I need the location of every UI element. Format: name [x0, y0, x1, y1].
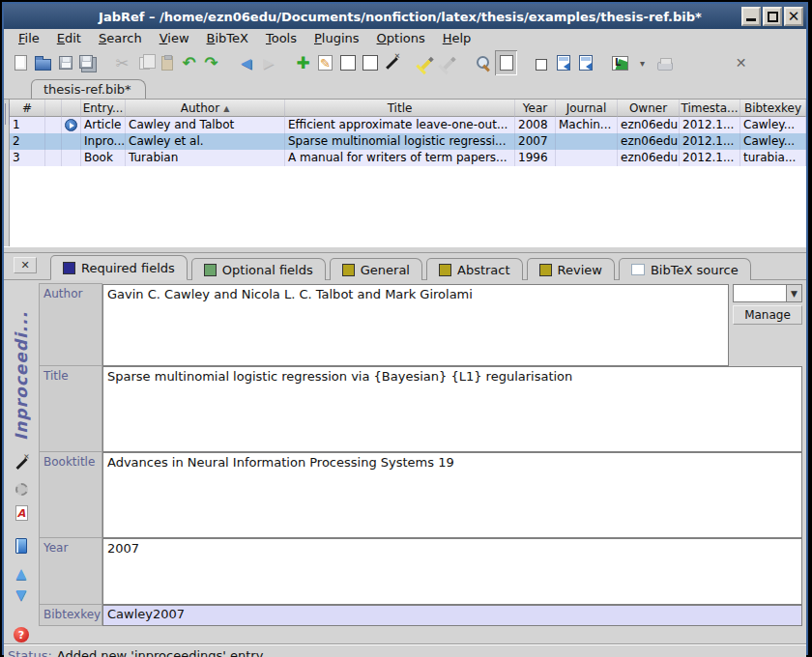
maximize-button[interactable]: [763, 7, 782, 26]
mark-entries-button[interactable]: [416, 50, 438, 75]
tab-optional-fields[interactable]: Optional fields: [191, 258, 326, 280]
back-button[interactable]: ◀: [235, 50, 257, 75]
unmark-entries-button[interactable]: [438, 50, 460, 75]
titlebar[interactable]: JabRef – /home/ezn06edu/Documents/nonfic…: [4, 4, 806, 29]
push-to-lyx-button[interactable]: [609, 50, 631, 75]
cell-entrytype: Article: [81, 117, 126, 133]
menu-options[interactable]: Options: [368, 30, 434, 47]
tab-bibtex-source[interactable]: BibTeX source: [619, 258, 751, 280]
undo-button[interactable]: ↶: [178, 50, 200, 75]
open-url-button[interactable]: [574, 50, 596, 75]
tab-required-fields[interactable]: Required fields: [50, 255, 188, 280]
help-button[interactable]: ?: [12, 625, 31, 644]
field-row-title: TitleSparse multinomial logistic regress…: [39, 366, 802, 452]
down-arrow-button[interactable]: ▼: [12, 585, 31, 604]
paste-button[interactable]: [156, 50, 178, 75]
copy-button[interactable]: [133, 50, 156, 75]
table-empty-area[interactable]: [10, 166, 806, 246]
wand-button[interactable]: [381, 50, 403, 75]
forward-button[interactable]: ▶: [257, 50, 279, 75]
column-header-author[interactable]: Author▲: [126, 100, 285, 117]
menu-help[interactable]: Help: [434, 30, 480, 47]
book-button[interactable]: [12, 536, 31, 556]
menu-file[interactable]: File: [10, 30, 48, 47]
duplicate-pages-button[interactable]: [530, 50, 552, 75]
column-header-journal[interactable]: Journal: [556, 100, 618, 117]
database-tab[interactable]: thesis-ref.bib*: [31, 79, 146, 99]
column-header-bibtexkey[interactable]: Bibtexkey: [740, 100, 806, 117]
cell-journal: [556, 133, 618, 150]
toolbar-close-button[interactable]: ✕: [730, 50, 752, 75]
external-link-icon[interactable]: [65, 119, 77, 131]
toggle-groups-button[interactable]: [336, 50, 359, 75]
push-dropdown-caret-button[interactable]: ▾: [631, 50, 653, 75]
maximize-icon: [768, 12, 778, 22]
copy-icon: [139, 57, 150, 70]
column-header-icon2[interactable]: [62, 100, 81, 117]
column-header-label: Entry...: [83, 101, 124, 115]
entry-editor-close-button[interactable]: ✕: [14, 257, 37, 273]
new-entry-icon: ✚: [296, 53, 309, 72]
open-file-button[interactable]: [552, 50, 574, 75]
open-database-button[interactable]: [32, 50, 54, 75]
field-author-input[interactable]: Gavin C. Cawley and Nicola L. C. Talbot …: [102, 284, 729, 366]
menu-plugins[interactable]: Plugins: [305, 30, 368, 47]
column-header-timesta[interactable]: Timesta...: [680, 100, 740, 117]
cell-marker: [45, 117, 62, 133]
save-database-as-button[interactable]: [76, 50, 99, 75]
push-application-icon: [657, 62, 673, 71]
search-button[interactable]: [473, 50, 495, 75]
edit-entry-button[interactable]: ✎: [314, 50, 336, 75]
chevron-down-icon[interactable]: ▼: [786, 285, 801, 301]
menu-bibtex[interactable]: BibTeX: [198, 30, 257, 47]
unmark-entries-icon: [443, 56, 455, 69]
column-header-label: Bibtexkey: [744, 101, 801, 115]
cell-num: 3: [10, 150, 45, 166]
field-year-input[interactable]: 2007: [102, 538, 802, 605]
menu-tools[interactable]: Tools: [257, 30, 305, 47]
menu-edit[interactable]: Edit: [48, 30, 90, 47]
new-database-button[interactable]: [10, 50, 32, 75]
column-header-entry[interactable]: Entry...: [81, 100, 126, 117]
up-arrow-button[interactable]: ▲: [12, 563, 31, 583]
column-header-year[interactable]: Year: [515, 100, 556, 117]
gear-button[interactable]: [12, 479, 31, 499]
minimize-button[interactable]: [741, 7, 761, 26]
status-message: Added new 'inproceedings' entry.: [57, 648, 266, 657]
cell-journal: Machin...: [556, 117, 618, 133]
tab-square-icon: [439, 264, 451, 276]
column-header-#[interactable]: #: [10, 100, 45, 117]
column-header-title[interactable]: Title: [285, 100, 515, 117]
wand-button[interactable]: [12, 454, 31, 473]
toggle-preview-button[interactable]: [359, 50, 381, 75]
column-header-owner[interactable]: Owner: [618, 100, 680, 117]
manage-button[interactable]: Manage: [733, 305, 802, 325]
cut-button[interactable]: ✂: [111, 50, 133, 75]
tab-general[interactable]: General: [330, 258, 422, 280]
field-booktitle-input[interactable]: Advances in Neural Information Processin…: [102, 452, 802, 538]
preview-button[interactable]: [495, 50, 517, 75]
menu-view[interactable]: View: [151, 30, 198, 47]
field-title-input[interactable]: Sparse multinomial logistic regression v…: [102, 366, 802, 452]
tab-abstract[interactable]: Abstract: [426, 258, 523, 280]
entry-table: #Entry...Author▲TitleYearJournalOwnerTim…: [10, 100, 806, 246]
field-bibtexkey-input[interactable]: Cawley2007: [102, 605, 802, 626]
save-database-button[interactable]: [54, 50, 76, 75]
toolbar-close-icon: ✕: [736, 55, 747, 71]
menu-search[interactable]: Search: [90, 30, 151, 47]
cell-owner: ezn06edu: [618, 133, 680, 150]
pdf-button[interactable]: A: [12, 503, 31, 523]
table-row[interactable]: 2Inpro...Cawley et al.Sparse multinomial…: [10, 133, 806, 150]
tab-review[interactable]: Review: [527, 258, 615, 280]
table-row[interactable]: 3BookTurabianA manual for writers of ter…: [10, 150, 806, 166]
redo-button[interactable]: ↷: [200, 50, 222, 75]
close-button[interactable]: ✕: [784, 7, 803, 26]
column-header-icon1[interactable]: [45, 100, 62, 117]
cell-author: Cawley et al.: [126, 133, 285, 150]
push-application-button[interactable]: [653, 50, 676, 75]
sidepane-splitter[interactable]: [4, 100, 10, 246]
entry-editor-rail: Inproceedi... A▲▼?: [4, 280, 39, 644]
new-entry-button[interactable]: ✚: [292, 50, 314, 75]
table-row[interactable]: 1ArticleCawley and TalbotEfficient appro…: [10, 117, 806, 133]
name-selector-combobox[interactable]: ▼: [733, 284, 802, 302]
